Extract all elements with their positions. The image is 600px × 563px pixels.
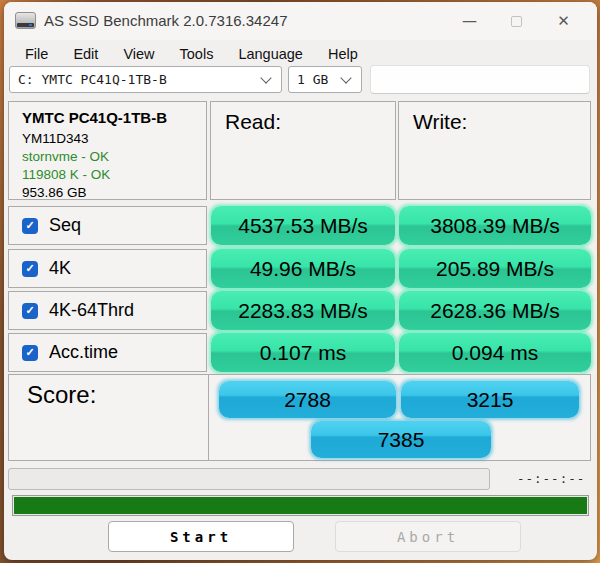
read-header-cell: Read:: [210, 101, 396, 200]
menu-item-language[interactable]: Language: [238, 46, 303, 62]
acctime-checkbox[interactable]: ✓: [22, 345, 38, 361]
checkmark-icon: ✓: [25, 346, 34, 359]
row-acctime-label: Acc.time: [49, 342, 118, 363]
abort-button[interactable]: Abort: [335, 521, 521, 552]
maximize-icon: [511, 16, 522, 27]
status-display-box: [370, 65, 590, 94]
start-button[interactable]: Start: [108, 521, 294, 552]
row-seq-label: Seq: [49, 215, 81, 236]
row-seq: ✓ Seq: [8, 206, 207, 245]
score-label: Score:: [27, 381, 96, 409]
menu-item-file[interactable]: File: [25, 46, 48, 62]
4k-checkbox[interactable]: ✓: [22, 261, 38, 277]
row-4k64thrd: ✓ 4K-64Thrd: [8, 291, 207, 330]
menu-bar: File Edit View Tools Language Help: [4, 41, 597, 67]
seq-checkbox[interactable]: ✓: [22, 218, 38, 234]
4k64thrd-checkbox[interactable]: ✓: [22, 303, 38, 319]
write-header: Write:: [399, 102, 590, 134]
acctime-write-value: 0.094 ms: [399, 333, 591, 372]
chevron-down-icon: [340, 72, 351, 83]
window-controls: — ✕: [446, 2, 587, 40]
window-title: AS SSD Benchmark 2.0.7316.34247: [44, 2, 288, 40]
title-bar: AS SSD Benchmark 2.0.7316.34247 — ✕: [4, 2, 597, 40]
row-4k-label: 4K: [49, 258, 71, 279]
drive-info-panel: YMTC PC41Q-1TB-B YM11D343 stornvme - OK …: [8, 101, 207, 200]
row-acctime: ✓ Acc.time: [8, 333, 207, 372]
score-section: Score: 2788 3215 7385: [8, 374, 591, 461]
read-header: Read:: [211, 102, 395, 134]
elapsed-time-label: --:--:--: [517, 471, 585, 486]
drive-model: YMTC PC41Q-1TB-B: [22, 109, 206, 126]
test-size-dropdown[interactable]: 1 GB: [288, 66, 362, 93]
drive-capacity: 953.86 GB: [22, 184, 206, 202]
4k-read-value: 49.96 MB/s: [211, 249, 395, 288]
test-size-value: 1 GB: [289, 72, 342, 87]
4k-write-value: 205.89 MB/s: [399, 249, 591, 288]
score-divider: [208, 375, 209, 460]
4k64thrd-read-value: 2283.83 MB/s: [211, 291, 395, 330]
desktop-background: AS SSD Benchmark 2.0.7316.34247 — ✕ File…: [0, 0, 600, 563]
total-score-value: 7385: [311, 421, 491, 458]
write-score-value: 3215: [401, 381, 579, 418]
row-4k64thrd-label: 4K-64Thrd: [49, 300, 134, 321]
menu-item-tools[interactable]: Tools: [180, 46, 214, 62]
write-header-cell: Write:: [398, 101, 591, 200]
hdd-app-icon: [15, 12, 36, 29]
close-button[interactable]: ✕: [540, 2, 587, 40]
seq-write-value: 3808.39 MB/s: [399, 206, 591, 245]
drive-select-dropdown[interactable]: C: YMTC PC41Q-1TB-B: [9, 66, 282, 93]
acctime-read-value: 0.107 ms: [211, 333, 395, 372]
checkmark-icon: ✓: [25, 304, 34, 317]
row-4k: ✓ 4K: [8, 249, 207, 288]
drive-firmware: YM11D343: [22, 130, 206, 148]
minimize-button[interactable]: —: [446, 2, 493, 40]
4k64thrd-write-value: 2628.36 MB/s: [399, 291, 591, 330]
checkmark-icon: ✓: [25, 219, 34, 232]
test-progress-bar: [8, 468, 490, 490]
menu-item-help[interactable]: Help: [328, 46, 358, 62]
menu-item-edit[interactable]: Edit: [73, 46, 98, 62]
read-score-value: 2788: [219, 381, 396, 418]
menu-item-view[interactable]: View: [123, 46, 154, 62]
app-window: AS SSD Benchmark 2.0.7316.34247 — ✕ File…: [4, 2, 597, 560]
maximize-button[interactable]: [493, 2, 540, 40]
alignment-status: 119808 K - OK: [22, 166, 206, 184]
overall-progress-bar: [12, 495, 589, 516]
chevron-down-icon: [260, 72, 271, 83]
driver-status: stornvme - OK: [22, 148, 206, 166]
checkmark-icon: ✓: [25, 262, 34, 275]
seq-read-value: 4537.53 MB/s: [211, 206, 395, 245]
drive-select-value: C: YMTC PC41Q-1TB-B: [10, 72, 262, 87]
